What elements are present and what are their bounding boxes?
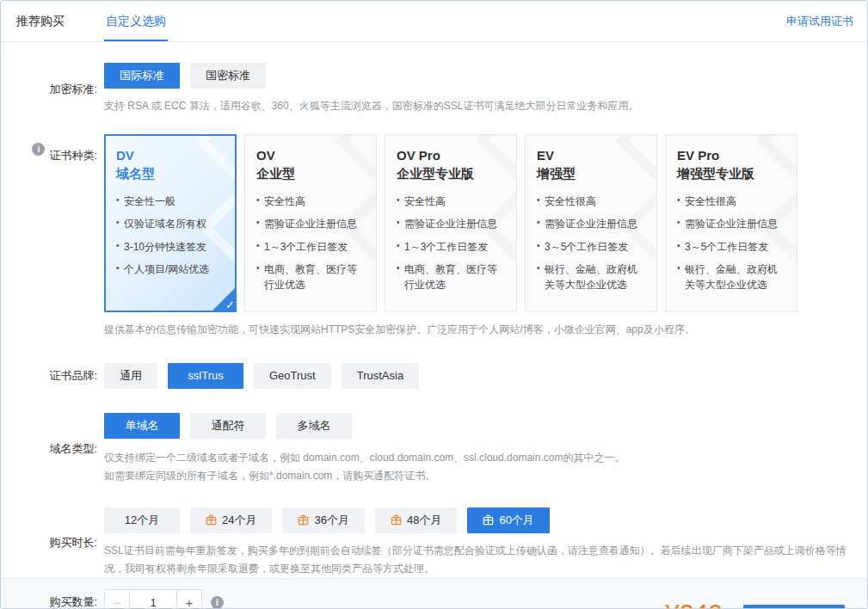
cert-card-title: OV Pro 企业型专业版 xyxy=(397,146,505,182)
quantity-label-text: 购买数量: xyxy=(49,589,97,609)
info-icon[interactable]: i xyxy=(32,143,45,156)
brand-row: 证书品牌: 通用 sslTrus GeoTrust TrustAsia xyxy=(15,363,853,389)
domain-hint-line1: 仅支持绑定一个二级域名或者子域名，例如 domain.com、cloud.dom… xyxy=(104,449,853,467)
duration-option-48[interactable]: 48个月 xyxy=(375,508,457,533)
duration-option-label: 36个月 xyxy=(314,513,348,528)
quantity-increase-button[interactable]: + xyxy=(176,589,202,609)
brand-option-ssltrus[interactable]: sslTrus xyxy=(168,363,243,389)
brand-label: 证书品牌: xyxy=(15,363,97,389)
domain-hint: 仅支持绑定一个二级域名或者子域名，例如 domain.com、cloud.dom… xyxy=(104,449,853,485)
cert-card-ev-pro[interactable]: EV Pro 增强型专业版 安全性很高 需验证企业注册信息 3～5个工作日签发 … xyxy=(665,134,797,312)
cert-card-features: 安全性很高 需验证企业注册信息 3～5个工作日签发 银行、金融、政府机关等大型企… xyxy=(677,194,785,292)
check-icon: ✓ xyxy=(225,298,235,311)
cert-type-row: i 证书种类: DV 域名型 安全性一般 仅验证域名所有权 xyxy=(15,134,853,339)
cert-card-title: EV 增强型 xyxy=(537,146,645,182)
buy-now-button[interactable]: 立即购买 xyxy=(743,605,845,609)
purchase-form: 加密标准: 国际标准 国密标准 支持 RSA 或 ECC 算法，适用谷歌、360… xyxy=(1,42,867,578)
total-label: 费用总计: xyxy=(611,599,659,609)
tab-custom[interactable]: 自定义选购 xyxy=(104,1,168,41)
quantity-value[interactable]: 1 xyxy=(129,589,177,609)
brand-label-text: 证书品牌: xyxy=(49,363,97,389)
duration-label: 购买时长: xyxy=(15,508,97,578)
cert-card-ov-pro[interactable]: OV Pro 企业型专业版 安全性高 需验证企业注册信息 1～3个工作日签发 电… xyxy=(385,134,517,312)
domain-hint-line2: 如需要绑定同级的所有子域名，例如*.domain.com，请购买通配符证书。 xyxy=(104,467,853,485)
quantity-decrease-button[interactable]: − xyxy=(104,589,130,609)
cert-card-title: EV Pro 增强型专业版 xyxy=(677,146,785,182)
brand-option-generic[interactable]: 通用 xyxy=(104,363,157,389)
duration-option-24[interactable]: 24个月 xyxy=(190,508,272,533)
quantity-row: 购买数量: − 1 + i xyxy=(15,589,336,609)
duration-option-label: 48个月 xyxy=(407,513,441,528)
brand-option-geotrust[interactable]: GeoTrust xyxy=(254,363,331,389)
tab-bar: 推荐购买 自定义选购 申请试用证书 xyxy=(1,1,867,42)
encryption-standard-label-text: 加密标准: xyxy=(49,77,97,102)
brand-option-trustasia[interactable]: TrustAsia xyxy=(342,363,419,389)
cert-card-features: 安全性很高 需验证企业注册信息 3～5个工作日签发 银行、金融、政府机关等大型企… xyxy=(537,194,645,292)
duration-hint: SSL证书目前需每年重新签发，购买多年的到期前会自动续签（部分证书需您配合验证或… xyxy=(104,542,853,578)
encryption-standard-row: 加密标准: 国际标准 国密标准 支持 RSA 或 ECC 算法，适用谷歌、360… xyxy=(15,63,853,115)
gift-icon xyxy=(391,514,402,526)
encryption-standard-label: 加密标准: xyxy=(15,63,97,115)
cert-card-title: OV 企业型 xyxy=(256,146,365,182)
domain-type-row: 域名类型: 单域名 通配符 多域名 仅支持绑定一个二级域名或者子域名，例如 do… xyxy=(15,413,853,485)
domain-type-label-text: 域名类型: xyxy=(49,436,97,462)
cert-type-label-text: 证书种类: xyxy=(49,143,97,169)
duration-row: 购买时长: 12个月 24个月 36个月 xyxy=(15,508,853,578)
cert-card-dv[interactable]: DV 域名型 安全性一般 仅验证域名所有权 3-10分钟快速签发 个人项目/网站… xyxy=(104,134,237,312)
gift-icon xyxy=(483,514,494,526)
duration-option-12[interactable]: 12个月 xyxy=(104,508,180,533)
cert-type-label: i 证书种类: xyxy=(15,134,97,339)
gift-icon xyxy=(206,514,217,526)
cert-card-ov[interactable]: OV 企业型 安全性高 需验证企业注册信息 1～3个工作日签发 电商、教育、医疗… xyxy=(244,134,377,312)
cert-card-ev[interactable]: EV 增强型 安全性很高 需验证企业注册信息 3～5个工作日签发 银行、金融、政… xyxy=(525,134,657,312)
ssl-purchase-panel: 推荐购买 自定义选购 申请试用证书 加密标准: 国际标准 国密标准 支持 RSA… xyxy=(0,0,868,609)
cert-card-features: 安全性高 需验证企业注册信息 1～3个工作日签发 电商、教育、医疗等行业优选 xyxy=(256,194,365,292)
purchase-footer: 购买数量: − 1 + i 自动续费: 账户余额足够时，证书到期后按年自动续费 … xyxy=(1,578,867,609)
domain-option-single[interactable]: 单域名 xyxy=(104,413,180,439)
encryption-hint: 支持 RSA 或 ECC 算法，适用谷歌、360、火狐等主流浏览器，国密标准的S… xyxy=(104,97,853,115)
tab-recommended[interactable]: 推荐购买 xyxy=(15,1,66,41)
domain-type-label: 域名类型: xyxy=(15,413,97,485)
domain-option-multi[interactable]: 多域名 xyxy=(276,413,352,439)
duration-option-label: 60个月 xyxy=(499,513,533,528)
duration-option-label: 12个月 xyxy=(125,513,159,528)
encryption-option-international[interactable]: 国际标准 xyxy=(104,63,180,89)
quantity-info-icon[interactable]: i xyxy=(211,596,224,609)
quantity-stepper: − 1 + xyxy=(104,589,202,609)
duration-option-label: 24个月 xyxy=(222,513,256,528)
gift-icon xyxy=(298,514,309,526)
cert-card-features: 安全性一般 仅验证域名所有权 3-10分钟快速签发 个人项目/网站优选 xyxy=(116,194,225,278)
encryption-option-national[interactable]: 国密标准 xyxy=(190,63,266,89)
duration-label-text: 购买时长: xyxy=(49,530,97,556)
cert-card-title: DV 域名型 xyxy=(116,146,225,182)
quantity-label: 购买数量: xyxy=(15,589,97,609)
domain-option-wildcard[interactable]: 通配符 xyxy=(190,413,266,439)
trial-certificate-link[interactable]: 申请试用证书 xyxy=(786,14,853,29)
duration-option-36[interactable]: 36个月 xyxy=(282,508,364,533)
total-price: ¥240 xyxy=(665,599,723,609)
cert-card-features: 安全性高 需验证企业注册信息 1～3个工作日签发 电商、教育、医疗等行业优选 xyxy=(397,194,505,292)
price-summary: 费用总计: ¥240 原价：¥945 xyxy=(611,599,723,609)
cert-type-hint: 提供基本的信息传输加密功能，可快速实现网站HTTPS安全加密保护。广泛应用于个人… xyxy=(104,321,853,339)
duration-option-60[interactable]: 60个月 xyxy=(467,508,549,533)
